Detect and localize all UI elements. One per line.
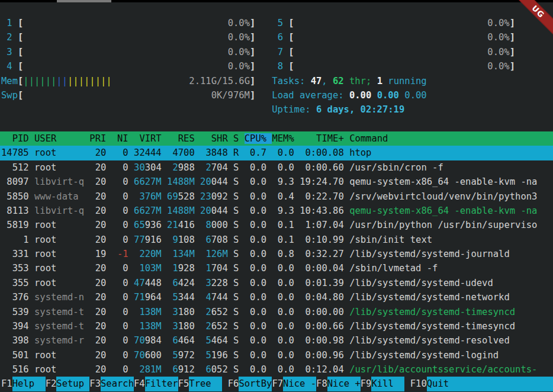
cell-user: root (34, 364, 84, 375)
cell-res: 344 (178, 292, 195, 303)
column-header-shr[interactable]: SHR (200, 133, 228, 144)
cell-virt: 984 (145, 335, 162, 346)
fkey-f4[interactable]: F4 (134, 377, 145, 391)
fkey-f4-label-filter[interactable]: Filter (145, 377, 178, 391)
process-row-398[interactable]: 398 systemd-r 20 0 70984 6464 5464 S 0.0… (0, 333, 553, 348)
cell-ni: 0 (112, 147, 128, 158)
cell-shr: 652 (211, 321, 228, 332)
mem-bar-used: |||||| (23, 76, 56, 86)
fkey-f9[interactable]: F9 (361, 377, 372, 391)
cell-command: qemu-system-x86_64 -enable-kvm -na (349, 205, 537, 216)
process-row-539[interactable]: 539 systemd-t 20 0 138M 3180 2652 S 0.0 … (0, 305, 553, 319)
fkey-f6-label-sortby[interactable]: SortBy (239, 377, 272, 391)
stat-segment-4: thr; (344, 76, 377, 86)
cell-res: 1488M (167, 205, 195, 216)
cell-pid: 398 (1, 335, 29, 346)
cell-mem-pct: 0.0 (272, 321, 294, 332)
fkey-f8[interactable]: F8 (316, 377, 327, 391)
cell-virt: 32444 (134, 147, 162, 158)
column-header-virt[interactable]: VIRT (134, 133, 162, 144)
process-row-512[interactable]: 512 root 20 0 30304 2988 2704 S 0.0 0.0 … (0, 160, 553, 175)
column-header-user[interactable]: USER (34, 133, 84, 144)
fkey-f6[interactable]: F6 (228, 377, 239, 391)
cell-res: 1488M (167, 176, 195, 187)
cell-cpu-pct: 0.0 (245, 249, 266, 259)
cpu1-meter-value: 0.0% (228, 18, 250, 28)
column-header-timeplus[interactable]: TIME+ (300, 133, 344, 144)
cpu6-label: 6 (278, 32, 283, 43)
process-row-5819[interactable]: 5819 root 20 0 65936 21416 8000 S 0.0 0.… (0, 218, 553, 232)
cpu4-meter-value: 0.0% (228, 61, 250, 72)
fkey-f3[interactable]: F3 (89, 377, 101, 391)
fkey-f7-label-nice-[interactable]: Nice - (283, 377, 316, 391)
cpu3-meter-open-bracket: [ (18, 47, 23, 57)
column-header-ni[interactable]: NI (112, 133, 128, 144)
cell-res: 928 (178, 263, 195, 274)
fkey-f7[interactable]: F7 (272, 377, 283, 391)
fkey-f5-label-tree[interactable]: Tree (189, 377, 222, 391)
cpu4-meter-open-bracket: [ (18, 61, 23, 72)
column-header-cpupct[interactable]: CPU% (245, 133, 272, 144)
cell-res: 988 (178, 162, 195, 173)
fkey-f2-label-setup[interactable]: Setup (56, 377, 89, 391)
process-row-501[interactable]: 501 root 20 0 70600 5972 5196 S 0.0 0.0 … (0, 348, 553, 362)
cpu1-label: 1 (7, 18, 12, 28)
cell-ni: 0 (112, 307, 128, 317)
fkey-f3-label-search[interactable]: Search (101, 377, 134, 391)
stat-segment-2: 0.00 (377, 90, 405, 101)
fkey-f9-label-kill[interactable]: Kill (371, 377, 404, 391)
cell-mem-pct: 0.0 (272, 292, 294, 303)
corner-ribbon-wrap: UG (512, 0, 553, 36)
process-row-376[interactable]: 376 systemd-n 20 0 71964 5344 4744 S 0.0… (0, 290, 553, 304)
cell-user: libvirt-q (34, 205, 84, 216)
fkey-f2[interactable]: F2 (46, 377, 57, 391)
cpu7-label: 7 (278, 47, 283, 57)
process-row-355[interactable]: 355 root 20 0 47448 6424 3228 S 0.0 0.0 … (0, 276, 553, 290)
load-average: Load average: 0.00 0.00 0.00 (272, 90, 426, 101)
cell-shr: 000 (211, 220, 228, 230)
cell-time: 0:00.98 (300, 335, 344, 346)
column-header-res[interactable]: RES (167, 133, 195, 144)
fkey-f1-label-help[interactable]: Help (12, 377, 46, 391)
fkey-f8-label-nice-[interactable]: Nice + (327, 377, 361, 391)
fkey-f10[interactable]: F10 (410, 377, 427, 391)
cell-virt: 936 (145, 220, 162, 230)
cell-res: 180 (178, 307, 195, 317)
cell-ni: 0 (112, 162, 128, 173)
cell-cpu-pct: 0.0 (245, 205, 266, 216)
fkey-f1[interactable]: F1 (1, 377, 12, 391)
column-header-pri[interactable]: PRI (89, 133, 106, 144)
cpu6-meter-open-bracket: [ (288, 32, 294, 43)
cell-ni: 0 (112, 234, 128, 245)
cell-user: root (34, 263, 84, 274)
cell-mem-pct: 9.3 (272, 205, 294, 216)
cell-res-prefix: 6 (167, 278, 178, 288)
process-row-5850[interactable]: 5850 www-data 20 0 376M 69528 23092 S 0.… (0, 189, 553, 204)
fkey-f10-label-quit[interactable]: Quit (427, 377, 553, 391)
process-row-394[interactable]: 394 systemd-t 20 0 138M 3180 2652 S 0.0 … (0, 319, 553, 333)
process-row-8113[interactable]: 8113 libvirt-q 20 0 6627M 1488M 20044 S … (0, 204, 553, 218)
process-row-1[interactable]: 1 root 20 0 77916 9108 6708 S 0.0 0.1 0:… (0, 233, 553, 247)
column-header-pid[interactable]: PID (1, 133, 29, 144)
tasks-summary: Tasks: 47, 62 thr; 1 running (272, 76, 426, 86)
cell-command: /usr/bin/python /usr/bin/superviso (349, 220, 537, 230)
cell-shr-prefix: 8 (200, 220, 211, 230)
cell-pri: 20 (89, 335, 106, 346)
cell-ni: 0 (112, 292, 128, 303)
column-header-mempct[interactable]: MEM% (272, 133, 294, 144)
cell-shr-prefix: 1 (200, 263, 211, 274)
cell-user: root (34, 220, 84, 230)
cell-time: 0:00.04 (300, 263, 344, 274)
process-row-353[interactable]: 353 root 20 0 103M 1928 1704 S 0.0 0.0 0… (0, 261, 553, 275)
process-row-14785[interactable]: 14785 root 20 0 32444 4700 3848 R 0.7 0.… (0, 146, 553, 160)
cell-time: 0:10.99 (300, 234, 344, 245)
process-row-8097[interactable]: 8097 libvirt-q 20 0 6627M 1488M 20044 S … (0, 175, 553, 189)
column-header-command[interactable]: Command (349, 133, 388, 144)
cell-time: 0:32.27 (300, 249, 344, 259)
process-row-331[interactable]: 331 root 19 -1 220M 134M 126M S 0.0 0.8 … (0, 247, 553, 261)
process-row-516[interactable]: 516 root 20 0 281M 6912 6052 S 0.0 0.0 0… (0, 362, 553, 377)
fkey-f5[interactable]: F5 (178, 377, 189, 391)
cell-pid: 516 (1, 364, 29, 375)
cell-pid: 376 (1, 292, 29, 303)
cell-shr-prefix: 2 (200, 321, 211, 332)
